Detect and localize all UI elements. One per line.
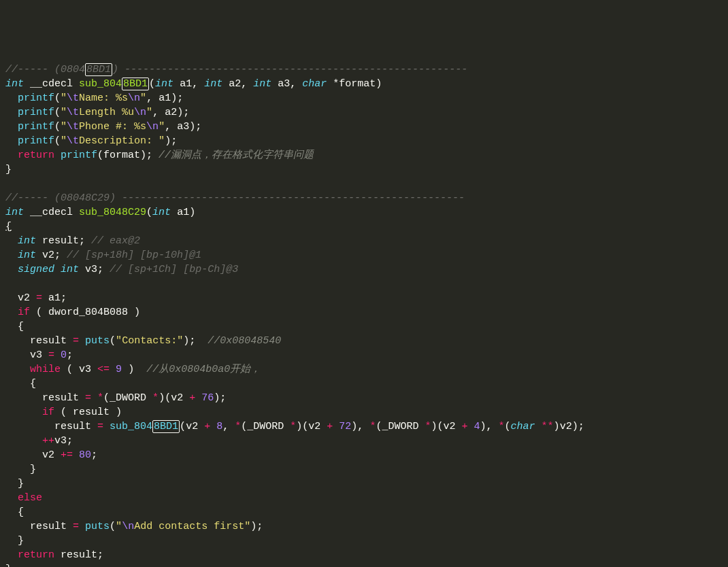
- operator: =: [97, 421, 103, 432]
- keyword-int: int: [5, 207, 24, 218]
- comment: //----- (08048C29) ---------------------…: [5, 192, 465, 204]
- identifier: result: [73, 407, 110, 418]
- param: a1,: [173, 78, 198, 90]
- operator: *: [425, 421, 431, 432]
- keyword-if: if: [42, 407, 54, 418]
- identifier: v2: [443, 421, 455, 432]
- identifier: result: [30, 521, 67, 532]
- comment: // [sp+1Ch] [bp-Ch]@3: [110, 264, 238, 275]
- identifier: a1: [159, 92, 171, 104]
- identifier: v2: [42, 449, 54, 461]
- number: 9: [116, 364, 122, 375]
- operator: +: [327, 421, 333, 432]
- identifier: (_DWORD: [241, 421, 290, 432]
- identifier: a1;: [42, 292, 67, 304]
- highlight-match: 8BD1: [152, 420, 180, 433]
- function-def: sub_8048BD1: [79, 78, 149, 90]
- string-literal: "\nAdd contacts first": [116, 521, 250, 532]
- function-def: sub_8048C29: [79, 207, 146, 218]
- keyword-signed: signed: [18, 264, 54, 275]
- param: a1): [171, 207, 195, 218]
- identifier: v2: [560, 421, 572, 432]
- identifier: result;: [42, 235, 85, 247]
- identifier: dword_804B088: [48, 307, 128, 318]
- func-call: printf: [18, 135, 54, 147]
- identifier: v3;: [85, 264, 103, 275]
- identifier: (_DWORD: [376, 421, 425, 432]
- cdecl: __cdecl: [30, 78, 73, 90]
- comment: //从0x0804b0a0开始，: [146, 364, 261, 375]
- number: 72: [339, 421, 351, 432]
- keyword-else: else: [18, 492, 42, 504]
- highlight-match: 8BD1: [122, 78, 149, 90]
- keyword-return: return: [18, 549, 54, 561]
- comment: // [sp+18h] [bp-10h]@1: [67, 250, 201, 261]
- operator: *: [97, 392, 103, 404]
- operator: ++: [42, 435, 54, 447]
- operator: <=: [97, 364, 110, 375]
- keyword-char: char: [302, 78, 327, 90]
- keyword-int: int: [204, 78, 222, 90]
- operator: *: [290, 421, 296, 432]
- string-literal: "\tLength %u\n": [61, 107, 152, 118]
- func-call: sub_8048BD1: [110, 420, 180, 433]
- param: a2,: [222, 78, 247, 90]
- keyword-int: int: [253, 78, 271, 90]
- param: a3,: [271, 78, 296, 90]
- identifier: v2: [308, 421, 320, 432]
- identifier: a3: [177, 121, 189, 133]
- keyword-if: if: [18, 307, 30, 318]
- highlight-match: 8BD1: [85, 63, 112, 76]
- func-call: printf: [61, 150, 97, 161]
- number: 76: [201, 392, 214, 404]
- number: 4: [474, 421, 480, 432]
- identifier: result: [42, 392, 79, 404]
- number: 80: [79, 449, 91, 461]
- paren: (: [149, 78, 155, 90]
- operator: +=: [61, 449, 73, 461]
- operator: +: [204, 421, 210, 432]
- identifier: v3: [54, 435, 67, 447]
- paren: (: [146, 207, 152, 218]
- identifier: v2: [171, 392, 183, 404]
- cdecl: __cdecl: [30, 207, 73, 218]
- keyword-int: int: [155, 78, 173, 90]
- operator: =: [48, 349, 54, 361]
- keyword-int: int: [18, 250, 36, 261]
- identifier: v2: [186, 421, 198, 432]
- keyword-char: char: [511, 421, 535, 432]
- code-editor[interactable]: //----- (08048BD1) ---------------------…: [5, 63, 723, 567]
- number: 0: [61, 349, 67, 361]
- keyword-int: int: [5, 78, 24, 90]
- comment: // eax@2: [91, 235, 140, 247]
- comment: //0x08048540: [208, 335, 281, 347]
- keyword-return: return: [18, 150, 54, 161]
- string-literal: "\tName: %s\n": [61, 92, 146, 104]
- identifier: v3: [79, 364, 91, 375]
- operator: *: [499, 421, 505, 432]
- operator: =: [73, 335, 79, 347]
- identifier: v2;: [42, 250, 61, 261]
- string-literal: "Contacts:": [116, 335, 183, 347]
- func-call: printf: [18, 107, 54, 118]
- func-call: puts: [85, 521, 110, 532]
- operator: +: [189, 392, 195, 404]
- operator: =: [36, 292, 42, 304]
- number: 8: [216, 421, 222, 432]
- identifier: result: [54, 421, 91, 432]
- identifier: result;: [61, 549, 103, 561]
- string-literal: "\tDescription: ": [61, 135, 165, 147]
- identifier: a2: [165, 107, 177, 118]
- string-literal: "\tPhone #: %s\n": [61, 121, 165, 133]
- keyword-while: while: [30, 364, 61, 375]
- keyword-int: int: [152, 207, 171, 218]
- func-call: printf: [18, 92, 54, 104]
- operator: *: [152, 392, 159, 404]
- operator: =: [85, 392, 91, 404]
- operator: +: [461, 421, 467, 432]
- code-text: //----- (08048BD1) ---------------------…: [5, 63, 467, 76]
- comment: //漏洞点，存在格式化字符串问题: [159, 150, 314, 161]
- identifier: result: [30, 335, 67, 347]
- keyword-int: int: [61, 264, 79, 275]
- keyword-int: int: [18, 235, 36, 247]
